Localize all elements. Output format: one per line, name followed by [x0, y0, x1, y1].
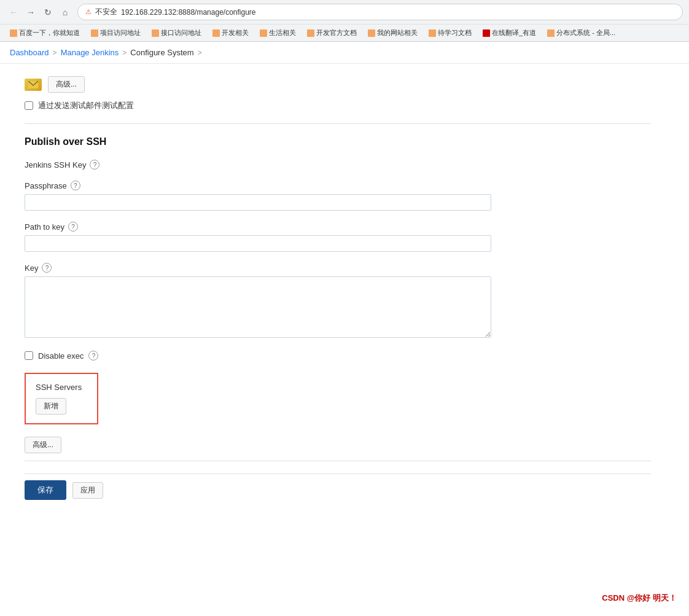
- path-to-key-label-row: Path to key ?: [25, 222, 651, 232]
- bookmark-icon: [368, 29, 375, 37]
- test-email-row: 通过发送测试邮件测试配置: [25, 100, 651, 111]
- bookmark-docs[interactable]: 开发官方文档: [303, 27, 360, 39]
- bookmark-label: 接口访问地址: [161, 28, 201, 37]
- bookmark-icon: [547, 29, 555, 37]
- add-server-button[interactable]: 新增: [36, 398, 66, 415]
- disable-exec-checkbox[interactable]: [25, 351, 33, 360]
- address-bar[interactable]: ⚠ 不安全 192.168.229.132:8888/manage/config…: [77, 4, 683, 20]
- path-to-key-field: Path to key ?: [25, 222, 651, 252]
- jenkins-ssh-key-label: Jenkins SSH Key: [25, 160, 86, 170]
- bookmark-project[interactable]: 项目访问地址: [87, 27, 144, 39]
- bookmark-label: 在线翻译_有道: [492, 28, 536, 37]
- disable-exec-row: Disable exec ?: [25, 351, 651, 361]
- key-label-row: Key ?: [25, 263, 651, 273]
- bookmark-label: 项目访问地址: [100, 28, 141, 37]
- breadcrumb-manage-jenkins[interactable]: Manage Jenkins: [61, 48, 119, 57]
- test-email-label: 通过发送测试邮件测试配置: [38, 100, 134, 111]
- bookmark-icon: [260, 29, 267, 37]
- key-field: Key ?: [25, 263, 651, 340]
- key-help-icon[interactable]: ?: [42, 263, 52, 273]
- ssh-servers-box: SSH Servers 新增: [25, 373, 98, 424]
- breadcrumb: Dashboard > Manage Jenkins > Configure S…: [0, 42, 689, 64]
- browser-toolbar: ← → ↻ ⌂ ⚠ 不安全 192.168.229.132:8888/manag…: [0, 0, 689, 24]
- breadcrumb-dashboard[interactable]: Dashboard: [10, 48, 49, 57]
- bookmark-icon: [483, 29, 490, 37]
- passphrase-input[interactable]: [25, 194, 491, 211]
- refresh-button[interactable]: ↻: [41, 5, 55, 20]
- section-divider: [25, 123, 651, 124]
- advanced-button-bottom[interactable]: 高级...: [25, 437, 61, 453]
- forward-button[interactable]: →: [23, 5, 38, 20]
- breadcrumb-separator-3: >: [198, 49, 202, 57]
- path-to-key-input[interactable]: [25, 235, 491, 252]
- bookmark-icon: [152, 29, 159, 37]
- bookmark-icon: [10, 29, 17, 37]
- save-button[interactable]: 保存: [25, 480, 66, 500]
- bookmark-dev[interactable]: 开发相关: [209, 27, 252, 39]
- bookmark-label: 开发相关: [222, 28, 249, 37]
- disable-exec-label: Disable exec: [38, 351, 84, 361]
- disable-exec-help-icon[interactable]: ?: [88, 351, 98, 361]
- nav-buttons: ← → ↻ ⌂: [6, 5, 72, 20]
- bookmark-label: 待学习文档: [438, 28, 472, 37]
- bookmark-distributed[interactable]: 分布式系统 - 全局...: [543, 27, 619, 39]
- jenkins-ssh-key-field: Jenkins SSH Key ?: [25, 160, 651, 170]
- key-textarea[interactable]: [25, 276, 491, 338]
- bookmark-study[interactable]: 待学习文档: [425, 27, 475, 39]
- bookmark-youdao[interactable]: 在线翻译_有道: [479, 27, 540, 39]
- security-label: 不安全: [95, 7, 117, 17]
- bookmark-label: 我的网站相关: [377, 28, 418, 37]
- back-button[interactable]: ←: [6, 5, 21, 20]
- publish-over-ssh-title: Publish over SSH: [25, 136, 651, 147]
- bookmark-icon: [307, 29, 314, 37]
- test-email-checkbox[interactable]: [25, 101, 33, 110]
- bookmark-icon: [91, 29, 98, 37]
- advanced-button-top[interactable]: 高级...: [48, 76, 85, 93]
- bookmark-icon: [429, 29, 436, 37]
- bookmark-label: 百度一下，你就知道: [19, 28, 80, 37]
- advanced-row-top: 高级...: [25, 76, 651, 93]
- jenkins-ssh-key-label-row: Jenkins SSH Key ?: [25, 160, 651, 170]
- bottom-divider: [25, 461, 651, 461]
- breadcrumb-separator-2: >: [122, 49, 127, 57]
- key-label: Key: [25, 263, 38, 273]
- page-content: Dashboard > Manage Jenkins > Configure S…: [0, 42, 689, 609]
- bookmark-label: 开发官方文档: [316, 28, 357, 37]
- bookmark-label: 分布式系统 - 全局...: [556, 28, 615, 37]
- bottom-actions: 保存 应用: [25, 474, 651, 506]
- passphrase-field: Passphrase ?: [25, 181, 651, 211]
- path-to-key-help-icon[interactable]: ?: [68, 222, 78, 232]
- home-button[interactable]: ⌂: [58, 5, 72, 20]
- passphrase-help-icon[interactable]: ?: [71, 181, 80, 190]
- url-text: 192.168.229.132:8888/manage/configure: [121, 8, 256, 17]
- browser-chrome: ← → ↻ ⌂ ⚠ 不安全 192.168.229.132:8888/manag…: [0, 0, 689, 42]
- passphrase-label: Passphrase: [25, 181, 67, 190]
- passphrase-label-row: Passphrase ?: [25, 181, 651, 190]
- bookmark-icon: [212, 29, 220, 37]
- path-to-key-label: Path to key: [25, 222, 64, 232]
- email-icon: [25, 79, 42, 91]
- bookmark-life[interactable]: 生活相关: [256, 27, 300, 39]
- bookmark-baidu[interactable]: 百度一下，你就知道: [6, 27, 84, 39]
- security-icon: ⚠: [85, 8, 91, 16]
- ssh-servers-label: SSH Servers: [36, 383, 87, 392]
- jenkins-ssh-key-help-icon[interactable]: ?: [90, 160, 99, 170]
- bookmark-mysite[interactable]: 我的网站相关: [364, 27, 421, 39]
- bookmark-label: 生活相关: [269, 28, 296, 37]
- apply-button[interactable]: 应用: [72, 482, 103, 499]
- bookmarks-bar: 百度一下，你就知道 项目访问地址 接口访问地址 开发相关 生活相关 开发官方文档…: [0, 24, 689, 41]
- bookmark-api[interactable]: 接口访问地址: [148, 27, 205, 39]
- main-form: 高级... 通过发送测试邮件测试配置 Publish over SSH Jenk…: [0, 64, 675, 531]
- breadcrumb-configure-system: Configure System: [130, 48, 193, 57]
- csdn-watermark: CSDN @你好 明天！: [602, 593, 677, 604]
- advanced-row-bottom: 高级...: [25, 437, 651, 453]
- breadcrumb-separator-1: >: [53, 49, 57, 57]
